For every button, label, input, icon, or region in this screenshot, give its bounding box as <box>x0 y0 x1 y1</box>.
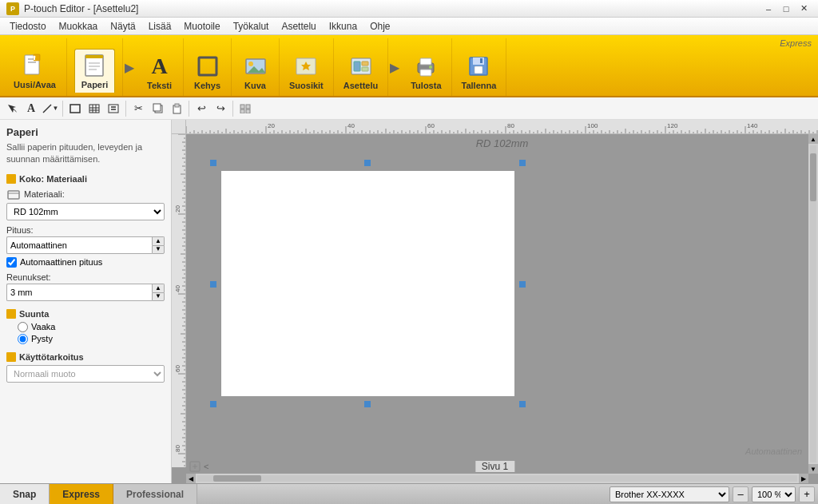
text-tool-button[interactable]: A <box>22 100 40 117</box>
snap-tab[interactable]: Snap <box>0 484 50 504</box>
suunta-section-header: Suunta <box>6 309 165 319</box>
teksti-button[interactable]: A Teksti <box>142 51 177 93</box>
horizontal-scrollbar[interactable]: ◀ ▶ <box>186 474 808 483</box>
kuva-button[interactable]: Kuva <box>238 51 273 93</box>
menu-nayta[interactable]: Näytä <box>104 18 141 34</box>
scroll-down-button[interactable]: ▼ <box>808 464 818 474</box>
cut-button[interactable]: ✂ <box>129 100 147 117</box>
menu-tyokalut[interactable]: Työkalut <box>227 18 276 34</box>
pituus-up-button[interactable]: ▲ <box>152 236 165 245</box>
svg-rect-6 <box>85 55 103 58</box>
pysty-radio[interactable] <box>18 334 28 344</box>
label-svg <box>210 160 526 407</box>
express-label: Express <box>780 38 812 48</box>
kehys-button[interactable]: Kehys <box>189 51 225 93</box>
tulosta-button[interactable]: Tulosta <box>406 51 446 93</box>
kayttotarkoitus-select[interactable]: Normaali muoto <box>6 365 165 383</box>
rect-tool-button[interactable] <box>66 100 84 117</box>
pituus-input[interactable] <box>6 236 152 254</box>
undo-button[interactable]: ↩ <box>193 100 210 117</box>
vscroll-thumb[interactable] <box>810 153 816 201</box>
suosikit-label: Suosikit <box>289 81 324 90</box>
scroll-right-button[interactable]: ▶ <box>799 474 808 483</box>
panel-title: Paperi <box>6 126 165 138</box>
reunukset-down-button[interactable]: ▼ <box>152 292 165 301</box>
svg-rect-22 <box>420 69 431 76</box>
menu-asettelu[interactable]: Asettelu <box>275 18 322 34</box>
paperi-icon <box>81 53 107 78</box>
redo-button[interactable]: ↪ <box>212 100 229 117</box>
align-tool-button[interactable] <box>105 100 122 117</box>
extra-button[interactable] <box>236 100 254 117</box>
ribbon-group-teksti: A Teksti <box>136 38 184 96</box>
paste-button[interactable] <box>168 100 185 117</box>
zoom-minus-button[interactable]: – <box>733 486 749 502</box>
pysty-row: Pysty <box>18 334 165 344</box>
kehys-icon <box>195 54 220 79</box>
scroll-thumb[interactable] <box>213 475 261 482</box>
menu-tiedosto[interactable]: Tiedosto <box>3 18 53 34</box>
tallenna-button[interactable]: Tallenna <box>457 51 502 93</box>
printer-select[interactable]: Brother XX-XXXX <box>610 486 729 502</box>
select-tool-button[interactable] <box>3 100 21 117</box>
svg-rect-21 <box>420 58 431 65</box>
ribbon: ⬆ Uusi/Avaa Paperi ▶ <box>0 35 818 97</box>
suosikit-button[interactable]: Suosikit <box>284 51 328 93</box>
toolbar-sep-1 <box>62 101 63 117</box>
canvas-icon-1 <box>189 461 201 472</box>
copy-button[interactable] <box>149 100 166 117</box>
koko-label: Koko: Materiaali <box>19 174 87 184</box>
label-wrapper <box>210 160 526 410</box>
uusi-avaa-button[interactable]: ⬆ Uusi/Avaa <box>10 51 59 91</box>
tallenna-label: Tallenna <box>462 81 497 90</box>
svg-rect-46 <box>8 191 19 199</box>
menu-muokkaa[interactable]: Muokkaa <box>53 18 105 34</box>
kuva-icon <box>243 54 268 79</box>
svg-rect-43 <box>246 105 250 109</box>
menu-muotoile[interactable]: Muotoile <box>177 18 226 34</box>
ruler-top <box>186 120 818 134</box>
auto-pituus-checkbox[interactable] <box>6 257 17 268</box>
menu-ikkuna[interactable]: Ikkuna <box>323 18 363 34</box>
zoom-select[interactable]: 100 % <box>752 486 796 502</box>
maximize-button[interactable]: □ <box>778 2 794 15</box>
auto-label: Automaattinen <box>745 446 802 456</box>
paperi-button[interactable]: Paperi <box>74 49 116 93</box>
koko-section-icon <box>6 174 16 184</box>
materiaali-select[interactable]: RD 102mm <box>6 203 165 220</box>
reunukset-label: Reunukset: <box>6 272 165 282</box>
svg-rect-44 <box>240 109 244 113</box>
reunukset-up-button[interactable]: ▲ <box>152 284 165 292</box>
ribbon-group-tulosta: Tulosta <box>401 38 451 96</box>
auto-pituus-row: Automaattinen pituus <box>6 257 165 268</box>
uusi-avaa-icon: ⬆ <box>22 53 47 78</box>
scroll-left-button[interactable]: ◀ <box>186 474 196 483</box>
express-tab[interactable]: Express <box>50 484 113 504</box>
suunta-label: Suunta <box>19 309 49 319</box>
menu-ohje[interactable]: Ohje <box>363 18 396 34</box>
svg-point-23 <box>429 65 432 69</box>
grid-tool-button[interactable] <box>85 100 103 117</box>
ribbon-group-kehys: Kehys <box>184 38 232 96</box>
svg-rect-10 <box>199 58 216 75</box>
minimize-button[interactable]: – <box>760 2 776 15</box>
asettelu-button[interactable]: Asettelu <box>339 51 383 93</box>
close-button[interactable]: ✕ <box>796 2 812 15</box>
pituus-spinners: ▲ ▼ <box>152 236 165 254</box>
svg-rect-58 <box>519 401 526 407</box>
uusi-avaa-label: Uusi/Avaa <box>14 80 56 89</box>
pituus-down-button[interactable]: ▼ <box>152 245 165 254</box>
svg-rect-51 <box>210 160 216 166</box>
reunukset-input[interactable] <box>6 284 152 301</box>
ribbon-arrow: ▶ <box>125 60 134 75</box>
menu-lisaa[interactable]: Lisää <box>142 18 178 34</box>
label-title: RD 102mm <box>186 137 818 149</box>
scroll-up-button[interactable]: ▲ <box>808 134 818 144</box>
toolbar-sep-2 <box>125 101 126 117</box>
zoom-plus-button[interactable]: + <box>799 486 815 502</box>
line-tool-button[interactable]: ▼ <box>42 100 59 117</box>
status-bar: Snap Express Professional Brother XX-XXX… <box>0 483 818 504</box>
vaaka-radio[interactable] <box>18 322 28 332</box>
vertical-scrollbar[interactable]: ▲ ▼ <box>808 134 818 474</box>
professional-tab[interactable]: Professional <box>113 484 197 504</box>
